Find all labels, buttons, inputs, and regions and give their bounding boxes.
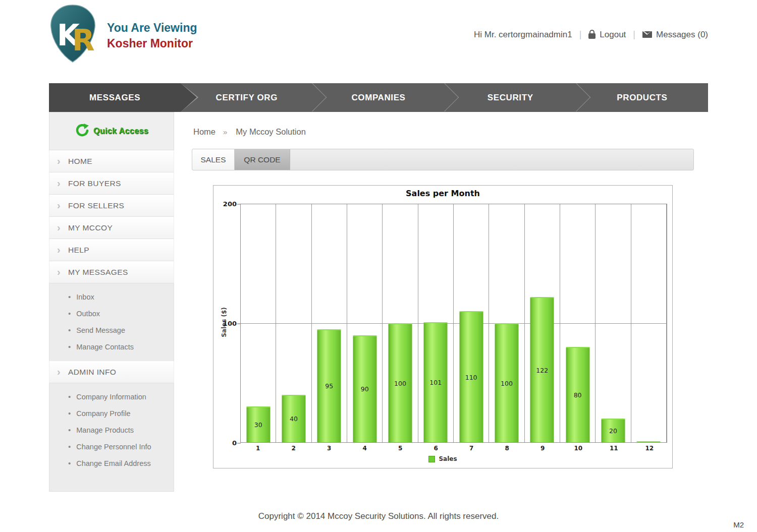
bullet-icon: • <box>68 326 71 334</box>
submenu-item-manage-contacts[interactable]: • Manage Contacts <box>49 338 174 355</box>
submenu-item-label: Company Information <box>76 393 146 401</box>
submenu-item-manage-products[interactable]: • Manage Products <box>49 422 174 438</box>
breadcrumb-current-page: My Mccoy Solution <box>236 127 305 137</box>
sidebar-item-admin-info[interactable]: › ADMIN INFO <box>49 361 174 383</box>
submenu-item-change-personnel-info[interactable]: • Change Personnel Info <box>49 438 174 455</box>
nav-label: SECURITY <box>488 93 533 103</box>
bullet-icon: • <box>68 409 71 418</box>
sidebar-item-for-sellers[interactable]: › FOR SELLERS <box>49 195 174 217</box>
kr-pick-logo-icon: K R <box>49 4 97 66</box>
quick-access-icon <box>75 123 89 139</box>
user-greeting: Hi Mr. certorgmainadmin1 <box>474 30 572 40</box>
sidebar-item-label: ADMIN INFO <box>68 368 116 377</box>
divider: | <box>633 29 635 40</box>
nav-item-messages[interactable]: MESSAGES <box>49 83 181 112</box>
chart-title: Sales per Month <box>213 189 672 198</box>
sidebar-item-label: FOR SELLERS <box>68 201 124 210</box>
sidebar-item-my-messages[interactable]: › MY MESSAGES <box>49 261 174 283</box>
tab-sales[interactable]: SALES <box>192 149 235 170</box>
x-axis-tick-label: 8 <box>490 445 525 452</box>
svg-text:R: R <box>72 23 95 57</box>
breadcrumb-home-link[interactable]: Home <box>193 127 215 137</box>
x-axis-tick-label: 5 <box>383 445 418 452</box>
main-content: Home » My Mccoy Solution SALES QR CODE S… <box>174 112 708 492</box>
x-axis-tick-label: 7 <box>454 445 490 452</box>
brand-logo-block[interactable]: K R You Are Viewing Kosher Monitor <box>49 4 197 66</box>
chart-bar: 122 <box>530 297 554 442</box>
chart-x-labels: 123456789101112 <box>240 445 667 452</box>
messages-label: Messages (0) <box>656 30 708 40</box>
logout-link[interactable]: Logout <box>588 30 626 40</box>
bar-value-label: 95 <box>325 382 333 390</box>
nav-item-products[interactable]: PRODUCTS <box>576 83 708 112</box>
sidebar-item-help[interactable]: › HELP <box>49 239 174 261</box>
page-wrapper: K R You Are Viewing Kosher Monitor Hi Mr… <box>49 0 708 521</box>
submenu-item-outbox[interactable]: • Outbox <box>49 305 174 322</box>
submenu-item-label: Change Personnel Info <box>76 443 151 451</box>
chevron-right-icon: › <box>57 266 61 277</box>
viewing-label: You Are Viewing <box>107 20 197 36</box>
content-row: Quick Access › HOME › FOR BUYERS › FOR S… <box>49 112 708 492</box>
my-messages-submenu: • Inbox • Outbox • Send Message • Manage… <box>49 283 174 361</box>
site-name: Kosher Monitor <box>107 36 197 51</box>
chart-plot: 304095901001011101001228020 <box>240 204 667 443</box>
chart-bar: 101 <box>424 322 448 442</box>
bar-value-label: 90 <box>361 385 369 393</box>
quick-access-label: Quick Access <box>93 127 148 136</box>
chart-y-ticks: 0100200 <box>217 204 237 443</box>
sidebar-item-my-mccoy[interactable]: › MY MCCOY <box>49 217 174 239</box>
chart-bar: 95 <box>317 329 341 442</box>
footer-copyright: Copyright © 2014 Mccoy Security Solution… <box>49 492 708 521</box>
chart-bar: 90 <box>353 335 376 442</box>
nav-item-security[interactable]: SECURITY <box>445 83 576 112</box>
x-axis-tick-label: 12 <box>632 445 668 452</box>
tab-qr-code[interactable]: QR CODE <box>235 149 290 170</box>
submenu-item-company-information[interactable]: • Company Information <box>49 388 174 405</box>
x-axis-tick-label: 3 <box>311 445 347 452</box>
bar-value-label: 80 <box>574 391 582 399</box>
page-tag: M2 <box>733 520 744 529</box>
sidebar-item-for-buyers[interactable]: › FOR BUYERS <box>49 172 174 195</box>
bullet-icon: • <box>68 392 71 401</box>
submenu-item-label: Outbox <box>76 310 100 318</box>
submenu-item-company-profile[interactable]: • Company Profile <box>49 405 174 422</box>
y-axis-tick-label: 100 <box>223 320 237 327</box>
breadcrumb-separator-icon: » <box>223 128 228 136</box>
chart-bar: 30 <box>246 406 270 442</box>
nav-label: MESSAGES <box>89 93 140 103</box>
nav-item-certify-org[interactable]: CERTIFY ORG <box>181 83 312 112</box>
header: K R You Are Viewing Kosher Monitor Hi Mr… <box>49 0 708 83</box>
submenu-item-label: Inbox <box>76 293 94 301</box>
bar-value-label: 101 <box>429 379 442 386</box>
sidebar-item-home[interactable]: › HOME <box>49 150 174 172</box>
admin-info-submenu: • Company Information • Company Profile … <box>49 383 174 492</box>
chart-bar: 100 <box>388 323 412 442</box>
nav-item-companies[interactable]: COMPANIES <box>312 83 444 112</box>
bar-value-label: 20 <box>609 427 617 435</box>
x-axis-tick-label: 10 <box>561 445 597 452</box>
submenu-item-send-message[interactable]: • Send Message <box>49 322 174 338</box>
messages-link[interactable]: Messages (0) <box>642 30 708 40</box>
quick-access-button[interactable]: Quick Access <box>49 112 174 150</box>
submenu-item-label: Company Profile <box>76 409 130 418</box>
legend-swatch-icon <box>428 456 435 462</box>
chart-legend: Sales <box>213 455 672 462</box>
submenu-item-change-email-address[interactable]: • Change Email Address <box>49 455 174 471</box>
sidebar-item-label: HELP <box>68 246 89 255</box>
user-bar: Hi Mr. certorgmainadmin1 | Logout | Mess… <box>474 29 708 40</box>
chart-bar: 110 <box>459 311 483 442</box>
chart-bar: 20 <box>601 419 625 442</box>
submenu-item-label: Manage Contacts <box>76 343 134 351</box>
bar-value-label: 110 <box>465 374 477 381</box>
main-nav: MESSAGES CERTIFY ORG COMPANIES SECURITY … <box>49 83 708 112</box>
nav-label: CERTIFY ORG <box>216 93 278 103</box>
x-axis-tick-label: 1 <box>240 445 276 452</box>
sidebar-item-label: FOR BUYERS <box>68 179 121 188</box>
bullet-icon: • <box>68 442 71 451</box>
envelope-icon <box>642 31 652 38</box>
submenu-item-inbox[interactable]: • Inbox <box>49 288 174 305</box>
chart-bar: 80 <box>566 347 589 442</box>
brand-tagline: You Are Viewing Kosher Monitor <box>107 20 197 51</box>
y-axis-tick-label: 0 <box>232 439 237 447</box>
sidebar-item-label: MY MESSAGES <box>68 268 128 277</box>
